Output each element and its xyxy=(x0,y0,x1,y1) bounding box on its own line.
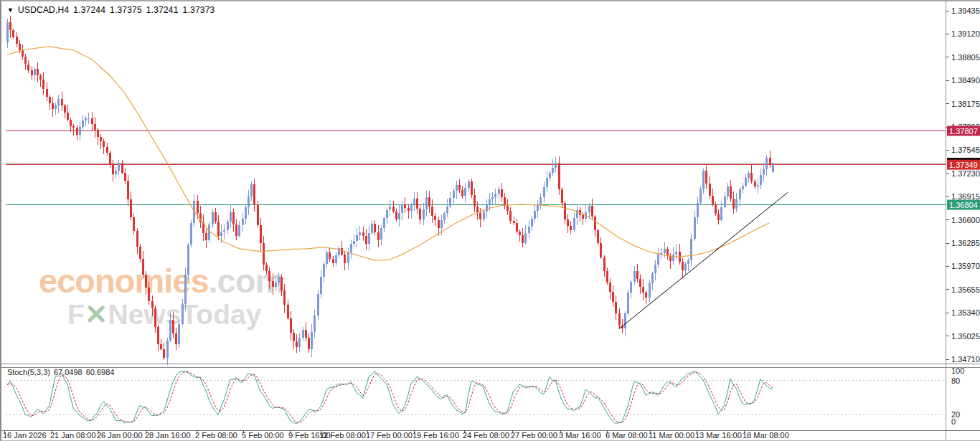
date-label: 5 Feb 00:00 xyxy=(242,431,284,440)
price-tick-label: 1.39435 xyxy=(951,6,980,15)
date-label: 11 Mar 00:00 xyxy=(649,431,694,440)
date-label: 19 Feb 16:00 xyxy=(413,431,459,440)
price-tick-label: 1.39120 xyxy=(951,29,980,38)
date-label: 6 Mar 08:00 xyxy=(606,431,648,440)
price-tick-label: 1.36600 xyxy=(951,216,980,224)
chart-title: ▼USDCAD,H41.372441.373751.372411.37373 xyxy=(7,5,219,15)
date-label: 17 Feb 00:00 xyxy=(366,431,413,440)
price-axis[interactable]: 1.394351.391201.388051.384901.381751.378… xyxy=(946,6,980,364)
stoch-d-value: 60.6984 xyxy=(86,368,115,376)
price-tick-label: 1.35655 xyxy=(951,285,980,294)
candlestick-series xyxy=(6,16,774,365)
price-tick-label: 1.38805 xyxy=(951,53,980,62)
svg-text:1.37807: 1.37807 xyxy=(949,127,978,136)
stoch-panel[interactable]: 10080200 xyxy=(6,366,964,426)
stoch-k-value: 67.0498 xyxy=(54,368,83,376)
price-tick-label: 1.37545 xyxy=(951,146,980,154)
stoch-d-line xyxy=(7,371,773,423)
date-label: 3 Mar 16:00 xyxy=(559,431,601,440)
trend-line[interactable] xyxy=(619,193,788,329)
stoch-indicator-label: Stoch(5,3,3)67.049860.6984 xyxy=(7,368,118,376)
time-axis[interactable]: 16 Jan 202621 Jan 08:0026 Jan 00:0028 Ja… xyxy=(3,430,789,440)
price-tick-label: 1.36285 xyxy=(951,239,980,247)
date-label: 28 Jan 16:00 xyxy=(145,431,191,440)
price-tick-label: 1.38175 xyxy=(951,100,980,108)
price-tick-label: 1.34710 xyxy=(951,355,980,364)
price-tick-label: 1.35025 xyxy=(951,332,980,341)
price-tick-label: 1.35970 xyxy=(951,262,980,270)
stoch-scale-label: 80 xyxy=(951,376,960,385)
price-tick-label: 1.37230 xyxy=(951,169,980,178)
stoch-name: Stoch(5,3,3) xyxy=(7,368,50,376)
date-label: 18 Mar 08:00 xyxy=(743,431,789,440)
title-close: 1.37373 xyxy=(183,5,215,15)
date-label: 12 Feb 08:00 xyxy=(319,431,366,440)
level-price-tag: 1.37349 xyxy=(947,160,980,170)
date-label: 21 Jan 08:00 xyxy=(50,431,96,440)
svg-text:1.37349: 1.37349 xyxy=(949,161,978,169)
stoch-scale-label: 100 xyxy=(951,366,964,375)
date-label: 16 Jan 2026 xyxy=(3,431,47,440)
moving-average-line[interactable] xyxy=(7,47,770,260)
mt4-chart-window: 1.394351.391201.388051.384901.381751.378… xyxy=(0,0,980,441)
stoch-k-line xyxy=(7,371,773,424)
price-chart-canvas[interactable]: 1.394351.391201.388051.384901.381751.378… xyxy=(1,1,980,441)
date-label: 26 Jan 00:00 xyxy=(97,431,143,440)
price-tick-label: 1.38490 xyxy=(951,76,980,85)
date-label: 13 Mar 16:00 xyxy=(695,431,742,440)
level-price-tag: 1.36804 xyxy=(947,200,980,210)
price-tick-label: 1.35340 xyxy=(951,308,980,317)
title-high: 1.37375 xyxy=(110,5,142,15)
level-price-tag: 1.37807 xyxy=(947,126,980,136)
date-label: 2 Feb 08:00 xyxy=(195,431,237,440)
price-tick-label: 1.36915 xyxy=(951,192,980,201)
title-open: 1.37244 xyxy=(73,5,105,15)
svg-text:1.36804: 1.36804 xyxy=(949,201,978,209)
symbol-dropdown-icon[interactable]: ▼ xyxy=(7,6,14,14)
date-label: 24 Feb 08:00 xyxy=(463,431,509,440)
date-label: 27 Feb 00:00 xyxy=(511,431,557,440)
symbol-timeframe: USDCAD,H4 xyxy=(18,5,69,15)
stoch-scale-label: 0 xyxy=(951,417,956,426)
title-low: 1.37241 xyxy=(146,5,179,15)
